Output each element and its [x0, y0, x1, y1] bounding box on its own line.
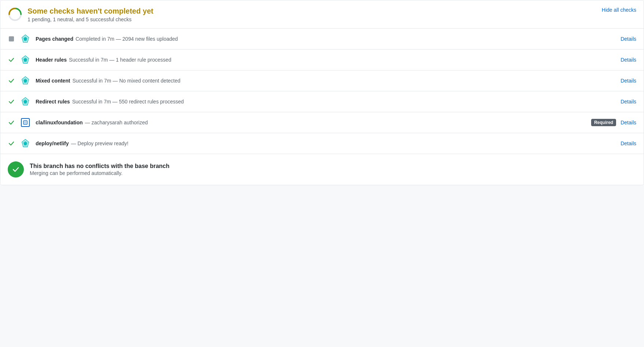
- cla-icon: [21, 118, 30, 127]
- check-actions-mixed-content: Details: [621, 78, 636, 84]
- service-icon-redirect-rules: [20, 96, 30, 107]
- merge-title: This branch has no conflicts with the ba…: [30, 163, 170, 169]
- merge-success-icon: [8, 161, 24, 178]
- details-link-header-rules[interactable]: Details: [621, 57, 636, 63]
- check-row-mixed-content: Mixed content Successful in 7m — No mixe…: [0, 70, 644, 91]
- checks-header-text: Some checks haven't completed yet 1 pend…: [28, 6, 153, 22]
- check-actions-header-rules: Details: [621, 57, 636, 63]
- check-info-header-rules: Header rules Successful in 7m — 1 header…: [36, 57, 615, 63]
- check-actions-pages-changed: Details: [621, 36, 636, 42]
- service-icon-cla-linuxfoundation: [20, 117, 30, 128]
- svg-rect-18: [24, 121, 26, 124]
- checks-container: Some checks haven't completed yet 1 pend…: [0, 0, 644, 185]
- merge-subtitle: Merging can be performed automatically.: [30, 170, 170, 176]
- check-info-mixed-content: Mixed content Successful in 7m — No mixe…: [36, 78, 615, 84]
- check-actions-redirect-rules: Details: [621, 99, 636, 105]
- success-check-icon: [8, 140, 15, 147]
- details-link-deploy-netlify[interactable]: Details: [621, 140, 636, 146]
- check-name-deploy-netlify: deploy/netlify: [36, 140, 69, 146]
- status-icon-header-rules: [8, 56, 15, 63]
- check-name-pages-changed: Pages changed: [36, 36, 73, 42]
- service-icon-mixed-content: [20, 76, 30, 86]
- status-icon-mixed-content: [8, 77, 15, 84]
- check-row-pages-changed: Pages changed Completed in 7m — 2094 new…: [0, 29, 644, 50]
- status-icon-redirect-rules: [8, 98, 15, 105]
- check-row-redirect-rules: Redirect rules Successful in 7m — 550 re…: [0, 91, 644, 112]
- check-name-header-rules: Header rules: [36, 57, 67, 63]
- required-badge: Required: [591, 119, 616, 126]
- check-info-pages-changed: Pages changed Completed in 7m — 2094 new…: [36, 36, 615, 42]
- netlify-icon: [21, 139, 30, 148]
- check-info-cla-linuxfoundation: cla/linuxfoundation — zacharysarah autho…: [36, 120, 586, 125]
- check-row-cla-linuxfoundation: cla/linuxfoundation — zacharysarah autho…: [0, 112, 644, 133]
- check-name-cla-linuxfoundation: cla/linuxfoundation: [36, 120, 83, 125]
- checks-list: Pages changed Completed in 7m — 2094 new…: [0, 29, 644, 154]
- details-link-cla-linuxfoundation[interactable]: Details: [621, 120, 636, 125]
- checks-header-left: Some checks haven't completed yet 1 pend…: [8, 6, 153, 22]
- checks-header-title: Some checks haven't completed yet: [28, 6, 153, 16]
- details-link-redirect-rules[interactable]: Details: [621, 99, 636, 105]
- check-actions-cla-linuxfoundation: Required Details: [591, 119, 636, 126]
- check-desc-mixed-content: Successful in 7m — No mixed content dete…: [72, 78, 180, 84]
- netlify-icon: [21, 34, 30, 44]
- status-icon-deploy-netlify: [8, 140, 15, 147]
- service-icon-header-rules: [20, 55, 30, 65]
- merge-section: This branch has no conflicts with the ba…: [0, 154, 644, 185]
- details-link-mixed-content[interactable]: Details: [621, 78, 636, 84]
- check-name-mixed-content: Mixed content: [36, 78, 70, 84]
- check-row-header-rules: Header rules Successful in 7m — 1 header…: [0, 50, 644, 70]
- checks-header-subtitle: 1 pending, 1 neutral, and 5 successful c…: [28, 17, 153, 22]
- success-check-icon: [8, 119, 15, 126]
- pending-spinner-icon: [8, 7, 22, 22]
- netlify-icon: [21, 76, 30, 85]
- success-check-icon: [8, 98, 15, 105]
- check-info-deploy-netlify: deploy/netlify — Deploy preview ready!: [36, 140, 615, 146]
- check-desc-redirect-rules: Successful in 7m — 550 redirect rules pr…: [72, 99, 184, 105]
- check-desc-header-rules: Successful in 7m — 1 header rule process…: [69, 57, 171, 63]
- check-actions-deploy-netlify: Details: [621, 140, 636, 146]
- hide-all-checks-link[interactable]: Hide all checks: [602, 6, 636, 13]
- check-desc-deploy-netlify: — Deploy preview ready!: [71, 140, 128, 146]
- check-desc-pages-changed: Completed in 7m — 2094 new files uploade…: [76, 36, 178, 42]
- success-check-icon: [8, 56, 15, 63]
- check-name-redirect-rules: Redirect rules: [36, 99, 70, 105]
- check-info-redirect-rules: Redirect rules Successful in 7m — 550 re…: [36, 99, 615, 105]
- service-icon-deploy-netlify: [20, 138, 30, 149]
- details-link-pages-changed[interactable]: Details: [621, 36, 636, 42]
- check-row-deploy-netlify: deploy/netlify — Deploy preview ready! D…: [0, 133, 644, 154]
- status-icon-cla-linuxfoundation: [8, 119, 15, 126]
- check-desc-cla-linuxfoundation: — zacharysarah authorized: [85, 120, 148, 125]
- success-check-icon: [8, 77, 15, 84]
- service-icon-pages-changed: [20, 34, 30, 44]
- neutral-square-icon: [9, 36, 14, 41]
- status-icon-pages-changed: [8, 35, 15, 43]
- checkmark-icon: [12, 165, 20, 174]
- netlify-icon: [21, 97, 30, 106]
- checks-header: Some checks haven't completed yet 1 pend…: [0, 0, 644, 29]
- netlify-icon: [21, 55, 30, 65]
- merge-text: This branch has no conflicts with the ba…: [30, 163, 170, 176]
